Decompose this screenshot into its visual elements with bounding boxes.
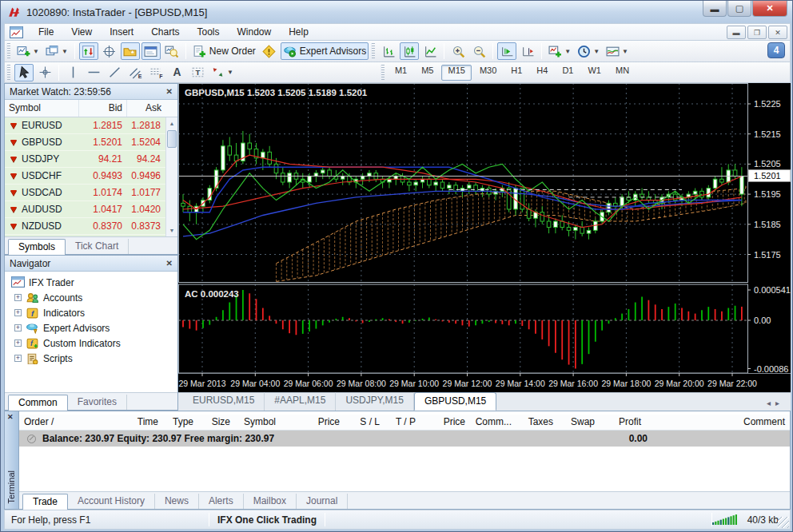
chart-window[interactable]: GBPUSD,M15 1.5203 1.5205 1.5189 1.5201AC… (178, 83, 791, 411)
navigator-item-accounts[interactable]: + Accounts (10, 290, 177, 305)
expert-advisors-button[interactable]: Expert Advisors (281, 42, 369, 60)
fibonacci-button[interactable]: F (146, 64, 165, 81)
resize-grip[interactable] (778, 517, 789, 528)
terminal-tab-mailbox[interactable]: Mailbox (244, 494, 297, 509)
navigator-item-expert-advisors[interactable]: + Expert Advisors (10, 320, 177, 335)
column-bid[interactable]: Bid (79, 100, 127, 117)
horizontal-line-button[interactable] (84, 64, 103, 81)
scrollbar-thumb[interactable] (167, 130, 177, 148)
toolbar-grip[interactable] (371, 43, 375, 59)
terminal-column-swap[interactable]: Swap (558, 415, 600, 430)
channel-button[interactable]: E (126, 64, 145, 81)
bar-chart-button[interactable] (379, 42, 398, 60)
market-watch-close-icon[interactable]: ✕ (166, 87, 173, 96)
terminal-tab-account-history[interactable]: Account History (68, 494, 155, 509)
scroll-down-icon[interactable]: ▼ (166, 224, 177, 236)
child-minimize-button[interactable]: ▬ (727, 26, 746, 39)
new-order-button[interactable]: New Order (190, 42, 258, 60)
terminal-tab-journal[interactable]: Journal (297, 494, 348, 509)
maximize-button[interactable]: ▢ (727, 1, 751, 17)
chart-tab--aapl-m15[interactable]: #AAPL,M15 (265, 392, 336, 411)
zoom-out-button[interactable] (469, 42, 488, 60)
navigator-tab-favorites[interactable]: Favorites (68, 395, 127, 410)
auto-scroll-button[interactable] (497, 42, 516, 60)
market-watch-scrollbar[interactable]: ▲ ▼ (165, 117, 177, 236)
line-chart-button[interactable] (420, 42, 440, 60)
terminal-tab-news[interactable]: News (155, 494, 199, 509)
column-ask[interactable]: Ask (127, 100, 165, 117)
terminal-column-order[interactable]: Order / (19, 415, 87, 430)
market-watch-row-usdchf[interactable]: USDCHF 0.94930.9496 (5, 168, 177, 185)
market-watch-row-usdjpy[interactable]: USDJPY 94.2194.24 (5, 151, 177, 168)
text-button[interactable]: A (167, 64, 186, 81)
zoom-in-button[interactable] (448, 42, 468, 60)
navigator-close-icon[interactable]: ✕ (166, 259, 173, 268)
market-watch-row-usdcad[interactable]: USDCAD 1.01741.0177 (5, 185, 177, 201)
navigator-root-ifx-trader[interactable]: IFX Trader (10, 275, 177, 290)
terminal-column-type[interactable]: Type (163, 415, 203, 430)
terminal-column-price-2[interactable]: Price (420, 415, 470, 430)
crosshair-button[interactable] (35, 64, 54, 81)
close-button[interactable]: ✕ (752, 1, 787, 17)
text-label-button[interactable]: T (188, 64, 207, 81)
templates-button[interactable]: ▼ (604, 42, 631, 60)
terminal-column-size[interactable]: Size (203, 415, 235, 430)
terminal-column-profit[interactable]: Profit (600, 415, 646, 430)
menu-item-view[interactable]: View (62, 24, 101, 40)
navigator-title-bar[interactable]: Navigator ✕ (5, 256, 177, 272)
timeframe-mn[interactable]: MN (609, 65, 636, 81)
notifications-badge[interactable]: 4 (767, 42, 785, 58)
tab-scroll-arrows[interactable]: ◂▸ (760, 399, 791, 411)
timeframe-h1[interactable]: H1 (504, 65, 528, 81)
balance-row[interactable]: Balance: 230.97 Equity: 230.97 Free marg… (19, 431, 790, 447)
terminal-toggle[interactable] (141, 42, 161, 60)
market-watch-row-audusd[interactable]: AUDUSD 1.04171.0420 (5, 201, 177, 218)
timeframe-d1[interactable]: D1 (556, 65, 580, 81)
minimize-button[interactable]: ▬ (703, 1, 727, 17)
cursor-button[interactable] (14, 64, 34, 81)
child-close-button[interactable]: ✕ (768, 26, 787, 39)
terminal-column-sl[interactable]: S / L (345, 415, 385, 430)
profiles-button[interactable]: ▼ (43, 42, 70, 60)
column-symbol[interactable]: Symbol (5, 100, 79, 117)
price-chart[interactable]: GBPUSD,M15 1.5203 1.5205 1.5189 1.5201AC… (178, 83, 791, 392)
navigator-tab-common[interactable]: Common (8, 395, 68, 411)
market-watch-row-nzdusd[interactable]: NZDUSD 0.83700.8373 (5, 218, 177, 235)
child-restore-button[interactable]: ❐ (747, 26, 767, 39)
terminal-column-time[interactable]: Time (87, 415, 163, 430)
market-watch-toggle[interactable] (79, 42, 98, 60)
market-watch-tab-symbols[interactable]: Symbols (8, 239, 66, 255)
scroll-up-icon[interactable]: ▲ (166, 117, 177, 129)
terminal-column-symbol[interactable]: Symbol (235, 415, 285, 430)
menu-item-window[interactable]: Window (229, 24, 281, 40)
new-chart-button[interactable]: ▼ (14, 42, 42, 60)
one-click-trading-label[interactable]: IFX One Click Trading (209, 514, 325, 526)
trendline-button[interactable] (105, 64, 124, 81)
terminal-tab-alerts[interactable]: Alerts (199, 494, 244, 509)
strategy-tester-button[interactable] (162, 42, 181, 60)
chart-shift-button[interactable] (518, 42, 537, 60)
terminal-close-icon[interactable]: ✕ (7, 413, 14, 421)
chart-tab-usdjpy-m15[interactable]: USDJPY,M15 (336, 392, 413, 411)
data-window-button[interactable] (100, 42, 119, 60)
terminal-column-price[interactable]: Price (285, 415, 345, 430)
market-watch-row-eurusd[interactable]: EURUSD 1.28151.2818 (5, 117, 177, 134)
chart-tab-gbpusd-m15[interactable]: GBPUSD,M15 (414, 392, 496, 411)
market-watch-row-gbpusd[interactable]: GBPUSD 1.52011.5204 (5, 134, 177, 151)
navigator-toggle[interactable] (121, 42, 140, 60)
terminal-column-comment[interactable]: Comment (646, 415, 790, 430)
timeframe-m15[interactable]: M15 (441, 65, 471, 81)
timeframe-m5[interactable]: M5 (415, 65, 440, 81)
menu-item-insert[interactable]: Insert (101, 24, 142, 40)
candlestick-chart-button[interactable] (400, 42, 419, 60)
timeframe-h4[interactable]: H4 (530, 65, 554, 81)
menu-item-file[interactable]: File (30, 24, 62, 40)
menu-item-help[interactable]: Help (280, 24, 317, 40)
market-watch-title-bar[interactable]: Market Watch: 23:59:56 ✕ (5, 84, 177, 100)
periods-button[interactable]: ▼ (575, 42, 602, 60)
metaeditor-button[interactable] (260, 42, 279, 60)
navigator-item-indicators[interactable]: + fIndicators (10, 305, 177, 320)
navigator-item-custom-indicators[interactable]: + fCustom Indicators (10, 335, 177, 351)
title-bar[interactable]: 1020890: InstaTrader - [GBPUSD,M15] ▬ ▢ … (1, 1, 792, 23)
terminal-column-tp[interactable]: T / P (385, 415, 420, 430)
